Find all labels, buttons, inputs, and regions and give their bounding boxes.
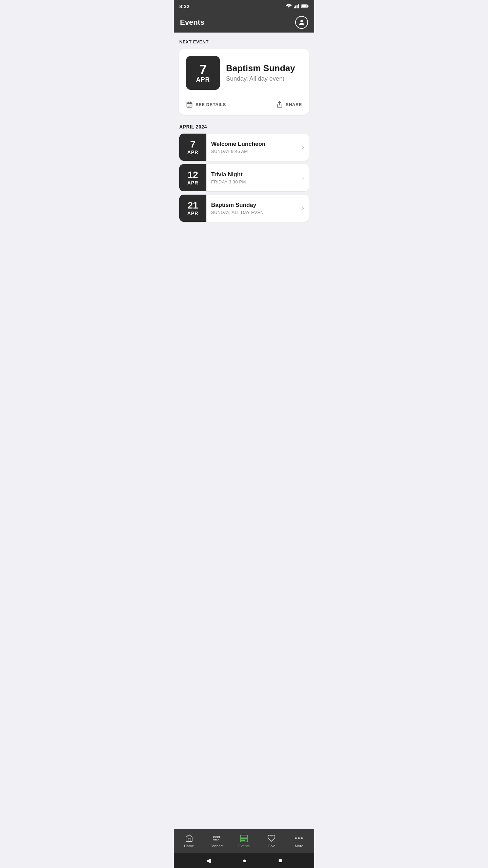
next-event-month: APR: [196, 76, 210, 83]
event-info-1: Trivia Night FRIDAY 3:30 PM: [206, 166, 302, 190]
event-time-2: SUNDAY, ALL DAY EVENT: [211, 210, 297, 215]
page-title: Events: [180, 18, 204, 27]
event-time-1: FRIDAY 3:30 PM: [211, 179, 297, 184]
event-date-badge-2: 21 APR: [179, 195, 206, 222]
main-content: NEXT EVENT 7 APR Baptism Sunday Sunday, …: [174, 33, 314, 253]
calendar-details-icon: [186, 101, 193, 108]
event-item-baptism-sunday[interactable]: 21 APR Baptism Sunday SUNDAY, ALL DAY EV…: [179, 195, 309, 222]
event-date-badge-0: 7 APR: [179, 134, 206, 161]
month-section: APRIL 2024 7 APR Welcome Luncheon SUNDAY…: [179, 124, 309, 222]
chevron-icon-1: ›: [302, 174, 309, 181]
svg-rect-2: [297, 5, 298, 8]
month-label: APRIL 2024: [179, 124, 309, 130]
next-event-title: Baptism Sunday: [226, 63, 295, 73]
profile-button[interactable]: [295, 16, 308, 29]
see-details-label: SEE DETAILS: [196, 102, 226, 107]
see-details-button[interactable]: SEE DETAILS: [186, 101, 226, 108]
event-info-0: Welcome Luncheon SUNDAY 9:45 AM: [206, 135, 302, 159]
next-event-subtitle: Sunday, All day event: [226, 75, 295, 82]
event-day-0: 7: [190, 139, 196, 150]
event-time-0: SUNDAY 9:45 AM: [211, 149, 297, 154]
svg-rect-0: [294, 7, 295, 8]
next-event-actions: SEE DETAILS SHARE: [186, 96, 302, 108]
next-event-label: NEXT EVENT: [179, 39, 309, 44]
event-month-1: APR: [187, 180, 199, 185]
next-event-card: 7 APR Baptism Sunday Sunday, All day eve…: [179, 49, 309, 115]
event-month-0: APR: [187, 150, 199, 155]
chevron-icon-0: ›: [302, 144, 309, 151]
user-icon: [298, 19, 305, 26]
wifi-icon: [286, 4, 292, 8]
status-time: 8:32: [179, 3, 189, 9]
next-event-day: 7: [199, 63, 207, 76]
event-day-2: 21: [187, 200, 198, 211]
next-event-info: Baptism Sunday Sunday, All day event: [226, 63, 295, 82]
chevron-icon-2: ›: [302, 205, 309, 212]
svg-rect-5: [302, 5, 306, 7]
share-button[interactable]: SHARE: [276, 101, 302, 108]
share-label: SHARE: [286, 102, 302, 107]
top-bar: Events: [174, 12, 314, 33]
signal-icon: [294, 4, 299, 8]
event-day-1: 12: [187, 170, 198, 180]
event-month-2: APR: [187, 211, 199, 216]
status-icons: [286, 4, 309, 8]
svg-rect-1: [295, 5, 296, 8]
event-info-2: Baptism Sunday SUNDAY, ALL DAY EVENT: [206, 196, 302, 220]
event-item-welcome-luncheon[interactable]: 7 APR Welcome Luncheon SUNDAY 9:45 AM ›: [179, 134, 309, 161]
event-item-trivia-night[interactable]: 12 APR Trivia Night FRIDAY 3:30 PM ›: [179, 164, 309, 191]
svg-rect-6: [308, 5, 309, 6]
next-event-date-badge: 7 APR: [186, 56, 220, 90]
share-icon: [276, 101, 283, 108]
status-bar: 8:32: [174, 0, 314, 12]
event-title-2: Baptism Sunday: [211, 202, 297, 209]
event-date-badge-1: 12 APR: [179, 164, 206, 191]
svg-rect-3: [298, 4, 299, 8]
svg-point-7: [300, 20, 303, 22]
battery-icon: [301, 4, 309, 8]
event-title-0: Welcome Luncheon: [211, 141, 297, 147]
event-title-1: Trivia Night: [211, 171, 297, 178]
next-event-inner: 7 APR Baptism Sunday Sunday, All day eve…: [186, 56, 302, 90]
